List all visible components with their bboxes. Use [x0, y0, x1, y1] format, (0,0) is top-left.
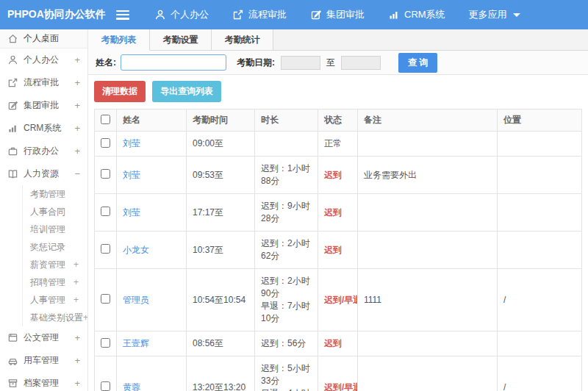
- row-checkbox-cell: [95, 232, 117, 269]
- row-checkbox[interactable]: [101, 169, 110, 179]
- sidebar-item-label: 公文管理: [24, 331, 74, 344]
- expand-icon[interactable]: +: [74, 355, 80, 366]
- nav-personal-office[interactable]: 个人办公: [154, 8, 209, 21]
- row-checkbox[interactable]: [101, 381, 110, 391]
- app-brand: PHPOA协同办公软件: [0, 8, 116, 21]
- sidebar-item-salary-mgmt[interactable]: 薪资管理+: [23, 256, 87, 273]
- clear-data-button[interactable]: 清理数据: [94, 81, 146, 102]
- row-checkbox-cell: [95, 132, 117, 157]
- table-row: 黄蓉 13:20至13:20 迟到：5小时33分 早退：4小时67分 迟到/早退…: [95, 356, 582, 391]
- status-cell: 迟到: [318, 157, 358, 194]
- sidebar-item-admin-office[interactable]: 行政办公 +: [0, 140, 87, 162]
- location-cell: [498, 232, 582, 269]
- tab-attendance-settings[interactable]: 考勤设置: [150, 29, 212, 50]
- car-icon: [7, 355, 18, 366]
- table-row: 刘莹 09:00至 正常: [95, 132, 582, 157]
- duration-cell: 迟到：9小时28分: [255, 194, 318, 232]
- duration-cell: 迟到：56分: [255, 331, 318, 356]
- main-panel: 考勤列表 考勤设置 考勤统计 姓名: 考勤日期: 至 查 询 清理数据 导出查询…: [88, 29, 588, 391]
- caret-down-icon: [513, 13, 520, 17]
- nav-label: 流程审批: [248, 8, 287, 21]
- expand-icon[interactable]: +: [83, 312, 88, 323]
- expand-icon[interactable]: +: [74, 146, 80, 157]
- sidebar-item-document-mgmt[interactable]: 公文管理 +: [0, 326, 87, 349]
- duration-cell: [255, 132, 318, 157]
- sidebar-item-human-resources[interactable]: 人力资源 −: [0, 162, 87, 185]
- employee-name-link[interactable]: 刘莹: [117, 194, 187, 232]
- expand-icon[interactable]: +: [74, 378, 80, 389]
- employee-name-link[interactable]: 小龙女: [117, 232, 187, 269]
- select-all-checkbox[interactable]: [101, 115, 110, 124]
- expand-icon[interactable]: +: [74, 277, 79, 287]
- location-cell: [498, 157, 582, 194]
- employee-name-link[interactable]: 黄蓉: [117, 356, 187, 391]
- sidebar-item-attendance-mgmt[interactable]: 考勤管理: [23, 185, 87, 203]
- user-icon: [7, 54, 18, 65]
- status-cell: 迟到: [318, 194, 358, 232]
- sidebar-item-reward-records[interactable]: 奖惩记录: [23, 238, 87, 256]
- nav-label: 更多应用: [469, 8, 507, 21]
- column-header-status: 状态: [318, 110, 358, 132]
- duration-cell: 迟到：2小时90分 早退：7小时10分: [255, 269, 318, 331]
- table-row: 刘莹 09:53至 迟到：1小时88分 迟到 业务需要外出: [95, 157, 582, 194]
- employee-name-link[interactable]: 王壹辉: [117, 331, 187, 356]
- sidebar-item-desktop[interactable]: 个人桌面: [0, 29, 87, 49]
- chart-icon: [388, 9, 400, 21]
- date-to-input[interactable]: [341, 56, 381, 70]
- expand-icon[interactable]: +: [74, 54, 80, 65]
- sidebar-item-training-mgmt[interactable]: 培训管理: [23, 220, 87, 238]
- attendance-time-cell: 08:56至: [187, 331, 255, 356]
- employee-name-link[interactable]: 刘莹: [117, 132, 187, 157]
- tab-attendance-list[interactable]: 考勤列表: [88, 29, 150, 51]
- date-from-input[interactable]: [281, 56, 320, 70]
- row-checkbox[interactable]: [101, 207, 110, 216]
- attendance-time-cell: 09:53至: [187, 157, 255, 194]
- collapse-icon[interactable]: −: [74, 168, 80, 179]
- expand-icon[interactable]: +: [74, 332, 80, 343]
- sidebar: 个人桌面 个人办公 + 流程审批 + 集团审批 + CRM系统 + 行政办公 +: [0, 29, 88, 391]
- to-label: 至: [326, 57, 335, 69]
- status-cell: 迟到/早退: [318, 269, 358, 331]
- menu-toggle-icon[interactable]: [116, 10, 129, 20]
- employee-name-link[interactable]: 刘莹: [117, 157, 187, 194]
- sidebar-item-workflow-approval[interactable]: 流程审批 +: [0, 71, 87, 94]
- sidebar-item-vehicle-mgmt[interactable]: 用车管理 +: [0, 349, 87, 372]
- sidebar-item-crm[interactable]: CRM系统 +: [0, 117, 87, 140]
- row-checkbox[interactable]: [101, 294, 110, 304]
- sidebar-item-label: CRM系统: [24, 122, 74, 134]
- column-header-duration: 时长: [255, 110, 318, 132]
- sidebar-item-hr-contract[interactable]: 人事合同: [23, 203, 87, 220]
- share-icon: [7, 77, 18, 88]
- nav-more-apps[interactable]: 更多应用: [469, 8, 520, 21]
- expand-icon[interactable]: +: [74, 295, 79, 305]
- row-checkbox[interactable]: [101, 244, 110, 254]
- sidebar-item-label: 流程审批: [24, 76, 74, 89]
- expand-icon[interactable]: +: [74, 77, 80, 88]
- sidebar-item-personnel-mgmt[interactable]: 人事管理+: [23, 291, 87, 309]
- expand-icon[interactable]: +: [74, 100, 80, 111]
- archive-icon: [7, 378, 18, 389]
- nav-workflow-approval[interactable]: 流程审批: [232, 8, 287, 21]
- row-checkbox[interactable]: [101, 338, 110, 348]
- nav-crm-system[interactable]: CRM系统: [388, 8, 445, 21]
- query-button[interactable]: 查 询: [398, 53, 437, 73]
- name-input[interactable]: [121, 54, 226, 71]
- nav-group-approval[interactable]: 集团审批: [310, 8, 365, 21]
- expand-icon[interactable]: +: [74, 123, 80, 134]
- export-list-button[interactable]: 导出查询列表: [152, 81, 221, 102]
- sidebar-item-archive-mgmt[interactable]: 档案管理 +: [0, 372, 87, 391]
- expand-icon[interactable]: +: [74, 259, 79, 270]
- sidebar-item-label: 人力资源: [24, 168, 74, 180]
- sidebar-item-group-approval[interactable]: 集团审批 +: [0, 94, 87, 117]
- sidebar-item-personal-office[interactable]: 个人办公 +: [0, 49, 87, 71]
- sidebar-item-recruit-mgmt[interactable]: 招聘管理+: [23, 273, 87, 291]
- sidebar-item-base-category[interactable]: 基础类别设置+: [23, 309, 87, 326]
- row-checkbox[interactable]: [101, 138, 110, 148]
- duration-cell: 迟到：1小时88分: [255, 157, 318, 194]
- attendance-time-cell: 10:54至10:54: [187, 269, 255, 331]
- content-area: 清理数据 导出查询列表 姓名 考勤时间 时长 状态 备注 位置: [88, 75, 588, 391]
- remark-cell: 业务需要外出: [358, 157, 498, 194]
- employee-name-link[interactable]: 管理员: [117, 269, 187, 331]
- tab-attendance-stats[interactable]: 考勤统计: [212, 29, 273, 50]
- nav-label: 集团审批: [326, 8, 365, 21]
